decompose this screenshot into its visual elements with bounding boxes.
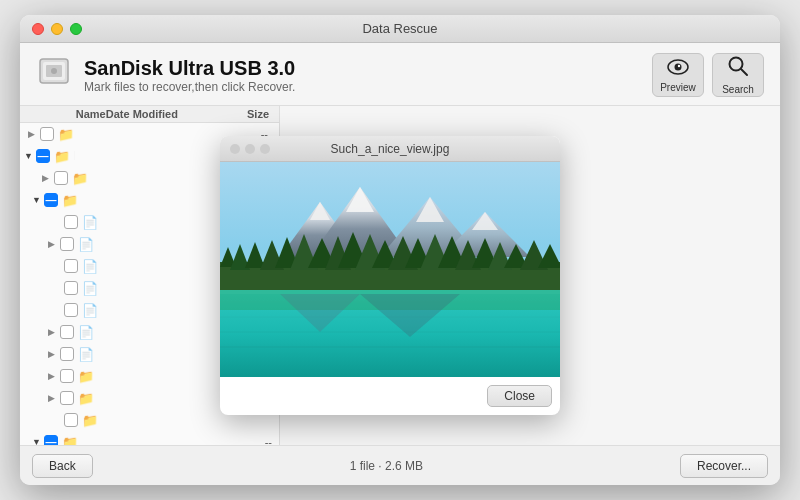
file-icon-te: 📄 <box>78 347 94 362</box>
header: SanDisk Ultra USB 3.0 Mark files to reco… <box>20 43 780 106</box>
usb-icon <box>36 53 72 97</box>
footer: Back 1 file · 2.6 MB Recover... <box>20 445 780 485</box>
search-button[interactable]: Search <box>712 53 764 97</box>
svg-point-5 <box>675 64 682 71</box>
label-found: Found File... <box>74 149 75 163</box>
folder-icon-efi: 📁 <box>58 127 74 142</box>
checkbox-jou1[interactable] <box>64 281 78 295</box>
preview-overlay: Such_a_nice_view.jpg <box>220 136 560 415</box>
size-pictures: -- <box>212 436 280 445</box>
svg-line-8 <box>741 69 747 75</box>
chevron-bac: ▶ <box>48 371 60 381</box>
checkbox-pictures[interactable]: — <box>44 435 58 445</box>
preview-button[interactable]: Preview <box>652 53 704 97</box>
maximize-button[interactable] <box>70 23 82 35</box>
preview-dot-1 <box>230 144 240 154</box>
chevron-orphan: ▶ <box>42 173 54 183</box>
preview-dot-3 <box>260 144 270 154</box>
file-icon-sp: 📄 <box>78 325 94 340</box>
preview-svg <box>220 162 560 377</box>
close-button[interactable] <box>32 23 44 35</box>
titlebar: Data Rescue <box>20 15 780 43</box>
col-name-header: Name <box>46 108 106 120</box>
footer-info: 1 file · 2.6 MB <box>350 459 423 473</box>
checkbox-do[interactable] <box>60 391 74 405</box>
device-name: SanDisk Ultra USB 3.0 <box>84 57 295 80</box>
chevron-sp: ▶ <box>48 327 60 337</box>
back-button[interactable]: Back <box>32 454 93 478</box>
chevron-te: ▶ <box>48 349 60 359</box>
folder-icon-do: 📁 <box>78 391 94 406</box>
checkbox-ds[interactable] <box>64 215 78 229</box>
file-icon-jou1: 📄 <box>82 281 98 296</box>
preview-icon <box>667 57 689 80</box>
header-text: SanDisk Ultra USB 3.0 Mark files to reco… <box>84 57 295 94</box>
chevron-pictures: ▼ <box>32 437 44 445</box>
checkbox-te[interactable] <box>60 347 74 361</box>
checkbox-efi[interactable] <box>40 127 54 141</box>
preview-close-area: Close <box>228 385 552 407</box>
header-subtitle: Mark files to recover,then click Recover… <box>84 80 295 94</box>
file-icon-ds: 📄 <box>82 215 98 230</box>
folder-icon-sandisk: 📁 <box>62 193 78 208</box>
svg-point-3 <box>51 68 57 74</box>
checkbox-hf[interactable] <box>64 259 78 273</box>
column-headers: Name Date Modified Size <box>20 106 279 123</box>
preview-close-button[interactable]: Close <box>487 385 552 407</box>
search-btn-label: Search <box>722 84 754 95</box>
preview-dot-2 <box>245 144 255 154</box>
chevron-do: ▶ <box>48 393 60 403</box>
checkbox-hfs[interactable] <box>64 413 78 427</box>
header-left: SanDisk Ultra USB 3.0 Mark files to reco… <box>36 53 295 97</box>
svg-point-6 <box>678 65 680 67</box>
col-date-header: Date Modified <box>106 108 218 120</box>
preview-image-container <box>220 162 560 377</box>
checkbox-found[interactable]: — <box>36 149 50 163</box>
folder-icon-found: 📁 <box>54 149 70 164</box>
tree-item-pictures[interactable]: ▼ — 📁 Pic... -- <box>20 431 279 445</box>
folder-icon-bac: 📁 <box>78 369 94 384</box>
folder-icon-pictures: 📁 <box>62 435 78 446</box>
preview-btn-label: Preview <box>660 82 696 93</box>
checkbox-orphan[interactable] <box>54 171 68 185</box>
main-window: Data Rescue SanDisk Ultra USB 3.0 Mark f… <box>20 15 780 485</box>
file-icon-hf: 📄 <box>82 259 98 274</box>
chevron-sandisk: ▼ <box>32 195 44 205</box>
preview-titlebar: Such_a_nice_view.jpg <box>220 136 560 162</box>
preview-filename: Such_a_nice_view.jpg <box>331 142 450 156</box>
chevron-fsk: ▶ <box>48 239 60 249</box>
checkbox-fsk[interactable] <box>60 237 74 251</box>
folder-icon-hfs: 📁 <box>82 413 98 428</box>
checkbox-sp[interactable] <box>60 325 74 339</box>
checkbox-sandisk[interactable]: — <box>44 193 58 207</box>
preview-dots <box>230 144 270 154</box>
checkbox-jou2[interactable] <box>64 303 78 317</box>
recover-button[interactable]: Recover... <box>680 454 768 478</box>
file-icon-fsk: 📄 <box>78 237 94 252</box>
minimize-button[interactable] <box>51 23 63 35</box>
col-size-header: Size <box>217 108 279 120</box>
file-icon-jou2: 📄 <box>82 303 98 318</box>
chevron-efi: ▶ <box>28 129 40 139</box>
header-actions: Preview Search <box>652 53 764 97</box>
traffic-lights <box>32 23 82 35</box>
checkbox-bac[interactable] <box>60 369 74 383</box>
search-icon <box>727 55 749 82</box>
main-content: Name Date Modified Size ▶ 📁 EFI -- ▼ — 📁… <box>20 106 780 445</box>
size-hfs: -- <box>232 414 280 426</box>
chevron-found: ▼ <box>24 151 36 161</box>
window-title: Data Rescue <box>362 21 437 36</box>
folder-icon-orphan: 📁 <box>72 171 88 186</box>
